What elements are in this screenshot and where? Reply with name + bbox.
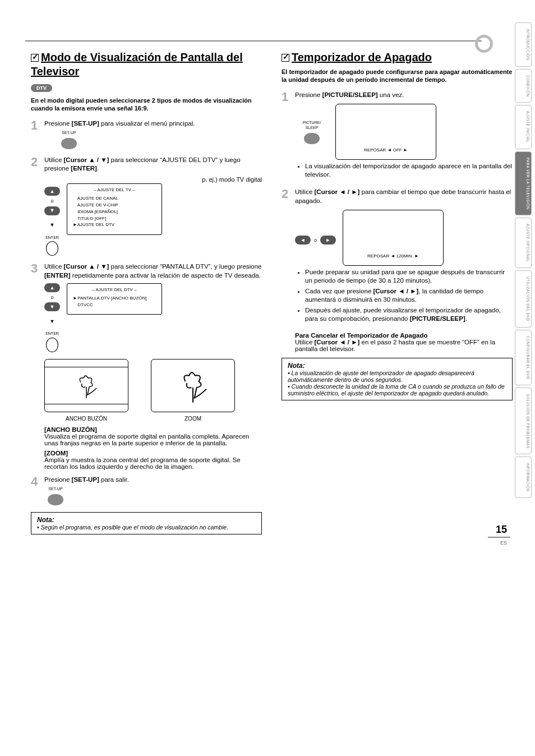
step-number: 4 [31,476,40,505]
osd-sleep-120: REPOSAR ◄ 120MIN. ► [343,210,444,266]
left-note: Nota: • Según el programa, es posible qu… [31,512,262,534]
side-tab: CONEXIÓN [515,69,532,103]
right-intro: El temporizador de apagado puede configu… [282,68,513,84]
right-step1: 1 Presione [PICTURE/SLEEP] una vez. PICT… [282,91,513,181]
thumb-label-ancho: ANCHO BUZÓN [66,416,107,422]
step-number: 1 [31,119,40,149]
setup-button-icon [48,494,63,505]
side-tab: UTILIZACIÓN DEL DVD [515,270,532,328]
top-rule [25,40,482,42]
left-step1: 1 Presione [SET-UP] para visualizar el m… [31,119,262,149]
setup-button-label: SET-UP [58,130,80,135]
setup-button-label: SET-UP [44,486,67,491]
osd-line: AJUSTE DE CANAL [73,196,156,202]
side-tab: CONFIGURAR EL DVD [515,330,532,385]
osd-line: ► AJUSTE DEL DTV [73,222,156,228]
left-step4: 4 Presione [SET-UP] para salir. SET-UP [31,476,262,505]
note-item: • Cuando desconecte la unidad de la toma… [288,383,506,397]
enter-label: ENTER [45,235,59,240]
cancel-body: Utilice [Cursor ◄ / ►] en el paso 2 hast… [295,339,513,352]
check-icon [282,54,289,62]
picture-sleep-label: PICTURE/ SLEEP [295,120,329,131]
side-tab: AJUSTE OPCIONAL [515,218,532,268]
col-left: Modo de Visualización de Pantalla del Te… [31,50,262,534]
right-step2: 2 Utilice [Cursor ◄ / ►] para cambiar el… [282,188,513,325]
step-number: 2 [282,188,290,325]
left-intro: En el modo digital pueden seleccionarse … [31,96,262,113]
cursor-up-icon: ▲ [44,187,60,196]
zoom-head: [ZOOM] [44,450,262,457]
osd-line: ► PANTALLA DTV [ANCHO BUZÓN] [73,296,156,302]
enter-button-icon [46,338,58,352]
step-number: 3 [31,262,40,352]
side-tab: PARA VER LA TELEVISIÓN [515,151,532,215]
cursor-down-icon: ▼ [44,302,60,311]
cursor-left-icon: ◄ [295,236,311,245]
cursor-indicator-down-icon: ▼ [44,317,60,326]
step-number: 2 [31,156,40,256]
osd-ajuste-dtv: – AJUSTE DEL DTV – ► PANTALLA DTV [ANCHO… [67,283,162,315]
osd-line: IDIOMA [ESPAÑOL] [73,209,156,215]
side-tab: SOLUCIÓN DE PROBLEMAS [515,388,532,455]
ancho-buzon-body: Visualiza el programa de soporte digital… [44,433,262,446]
cursor-indicator-down-icon: ▼ [44,221,60,230]
right-note: Nota: • La visualización de ajuste del t… [282,358,513,400]
step-number: 1 [282,91,290,181]
eg-label: p. ej.) modo TV digital [44,176,262,184]
ancho-buzon-head: [ANCHO BUZÓN] [44,426,262,433]
left-title: Modo de Visualización de Pantalla del Te… [31,50,262,79]
left-step3: 3 Utilice [Cursor ▲ / ▼] para selecciona… [31,262,262,352]
osd-ajuste-tv: – AJUSTE DEL TV – AJUSTE DE CANAL AJUSTE… [67,183,162,235]
side-tab: INTRODUCCIÓN [515,22,532,67]
setup-button-icon [61,138,77,149]
thumb-zoom [151,359,235,412]
enter-button-icon [46,241,58,256]
note-item: • La visualización de ajuste del tempori… [288,370,506,383]
zoom-body: Amplía y muestra la zona central del pro… [44,457,262,470]
cancel-head: Para Cancelar el Temporizador de Apagado [295,332,513,339]
check-icon [31,54,39,62]
enter-label: ENTER [45,331,59,336]
col-right: Temporizador de Apagado El temporizador … [282,50,513,534]
cursor-down-icon: ▼ [44,206,60,215]
flower-icon [70,371,103,399]
or-separator: o [50,294,53,301]
osd-line: AJUSTE DE V-CHIP [73,202,156,209]
r2-bullet: Cada vez que presione [Cursor ◄ / ►], la… [305,287,513,304]
picture-sleep-button-icon [304,133,320,144]
thumb-label-zoom: ZOOM [185,416,201,422]
cursor-up-icon: ▲ [44,283,60,292]
side-tab: INFORMACIÓN [515,457,532,498]
side-tabs: INTRODUCCIÓNCONEXIÓNAJUSTE INICIALPARA V… [515,22,532,498]
or-separator: o [314,237,317,243]
page-number: 15 [496,524,507,536]
left-step2: 2 Utilice [Cursor ▲ / ▼] para selecciona… [31,156,262,256]
dtv-badge: DTV [31,84,52,92]
osd-line: DTVCC [73,302,156,308]
thumb-ancho-buzon [44,359,128,412]
flower-icon [170,366,215,405]
cursor-right-icon: ► [320,236,336,245]
right-title: Temporizador de Apagado [282,50,513,64]
or-separator: o [50,197,53,204]
r2-bullet: Puede preparar su unidad para que se apa… [305,268,513,285]
osd-line: TITULO [OFF] [73,216,156,222]
side-tab: AJUSTE INICIAL [515,105,532,149]
osd-sleep-off: REPOSAR ◄ OFF ► [335,104,436,160]
aspect-thumbnails: ANCHO BUZÓN ZOOM [44,359,262,422]
r2-bullet: Después del ajuste, puede visualizarse e… [305,306,513,323]
r1-bullet: La visualización del temporizador de apa… [305,162,513,179]
lang-label: ES [500,540,507,546]
